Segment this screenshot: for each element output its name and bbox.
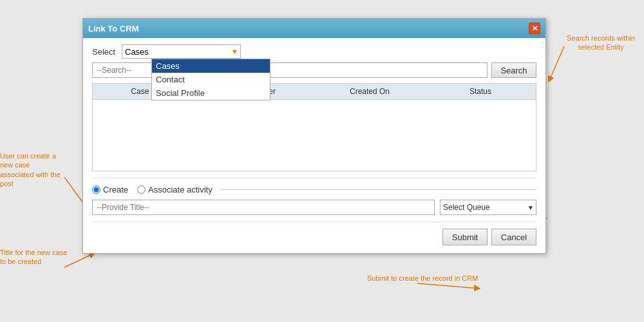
dropdown-item-contact[interactable]: Contact (152, 73, 270, 86)
col-status: Status (425, 84, 536, 99)
svg-line-8 (417, 283, 480, 289)
entity-dropdown: Cases Contact Social Profile (151, 59, 270, 100)
entity-select[interactable]: Cases ▼ (122, 44, 241, 59)
associate-radio[interactable] (137, 185, 146, 194)
create-radio[interactable] (92, 185, 100, 194)
entity-select-value: Cases (125, 47, 238, 57)
search-button[interactable]: Search (491, 62, 536, 78)
page-wrapper: CRM entity selected by default List of a… (0, 0, 644, 322)
queue-select[interactable]: Select Queue (440, 200, 536, 215)
grid-body (93, 100, 536, 171)
close-button[interactable]: ✕ (529, 23, 540, 34)
select-row: Select Cases ▼ Cases Contact Social Prof… (92, 44, 536, 59)
col-created-on: Created On (314, 84, 425, 99)
svg-line-2 (549, 46, 564, 82)
associate-option[interactable]: Associate activity (137, 185, 213, 194)
dropdown-item-cases[interactable]: Cases (152, 59, 270, 73)
title-input[interactable] (92, 200, 435, 215)
annotation-title: Title for the new case to be created (0, 248, 68, 267)
dropdown-item-social-profile[interactable]: Social Profile (152, 86, 270, 100)
submit-button[interactable]: Submit (442, 229, 488, 245)
dialog-title: Link To CRM (88, 24, 138, 33)
associate-label: Associate activity (148, 185, 213, 194)
options-divider (220, 189, 536, 190)
annotation-search-records: Search records within selected Entity (565, 33, 636, 52)
dialog-body: Select Cases ▼ Cases Contact Social Prof… (83, 38, 545, 253)
entity-combo-wrapper: Cases ▼ Cases Contact Social Profile (122, 44, 241, 59)
options-row: Create Associate activity (92, 178, 536, 194)
title-queue-row: Select Queue ▼ (92, 200, 536, 222)
annotation-new-case: User can create a new case associated wi… (0, 151, 64, 188)
svg-line-7 (64, 253, 95, 267)
select-label: Select (92, 47, 122, 57)
link-to-crm-dialog: Link To CRM ✕ Select Cases ▼ Cases Conta… (82, 18, 546, 254)
create-option[interactable]: Create (92, 185, 128, 194)
create-label: Create (103, 185, 128, 194)
queue-select-wrapper: Select Queue ▼ (440, 200, 536, 215)
cancel-button[interactable]: Cancel (491, 229, 536, 245)
submit-row: Submit Cancel (92, 229, 536, 245)
dialog-titlebar: Link To CRM ✕ (83, 19, 545, 38)
annotation-submit: Submit to create the record in CRM (367, 274, 478, 283)
